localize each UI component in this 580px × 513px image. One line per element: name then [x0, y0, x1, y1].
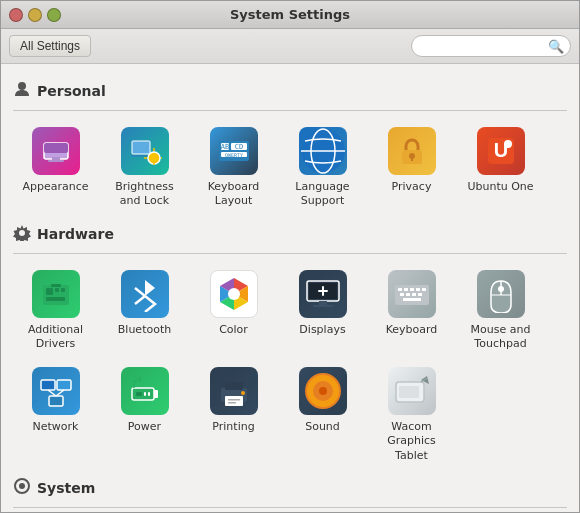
keyboard-item[interactable]: Keyboard — [369, 264, 454, 358]
svg-rect-66 — [148, 392, 150, 396]
minimize-button[interactable] — [28, 8, 42, 22]
sound-item[interactable]: Sound — [280, 361, 365, 469]
svg-rect-50 — [406, 293, 410, 296]
keyboard-layout-label: KeyboardLayout — [208, 180, 260, 209]
personal-section-header: Personal — [13, 80, 567, 102]
svg-point-72 — [241, 391, 245, 395]
svg-rect-70 — [228, 399, 240, 401]
svg-point-75 — [319, 387, 327, 395]
svg-rect-44 — [398, 288, 402, 291]
language-icon — [299, 127, 347, 175]
svg-line-60 — [48, 390, 56, 396]
svg-text:AB: AB — [220, 143, 228, 151]
color-label: Color — [219, 323, 248, 337]
mouse-touchpad-icon — [477, 270, 525, 318]
ubuntu-one-item[interactable]: U Ubuntu One — [458, 121, 543, 215]
privacy-item[interactable]: Privacy — [369, 121, 454, 215]
svg-rect-65 — [144, 392, 146, 396]
svg-rect-5 — [132, 141, 150, 154]
svg-point-27 — [504, 140, 512, 148]
titlebar: System Settings — [1, 1, 579, 29]
privacy-icon — [388, 127, 436, 175]
svg-rect-32 — [61, 288, 65, 292]
printing-label: Printing — [212, 420, 254, 434]
svg-text:CD: CD — [234, 143, 242, 151]
ubuntu-one-label: Ubuntu One — [467, 180, 533, 194]
svg-rect-34 — [51, 284, 61, 287]
language-item[interactable]: LanguageSupport — [280, 121, 365, 215]
power-icon — [121, 367, 169, 415]
svg-rect-6 — [132, 155, 150, 157]
displays-item[interactable]: Displays — [280, 264, 365, 358]
hardware-section-header: Hardware — [13, 223, 567, 245]
svg-rect-71 — [228, 402, 236, 404]
svg-rect-68 — [225, 382, 243, 390]
svg-point-38 — [228, 288, 240, 300]
hardware-icons-grid: AdditionalDrivers Bluetooth — [13, 264, 567, 469]
color-item[interactable]: Color — [191, 264, 276, 358]
svg-rect-62 — [132, 388, 154, 400]
hardware-divider — [13, 253, 567, 254]
svg-rect-78 — [399, 386, 419, 398]
appearance-item[interactable]: Appearance — [13, 121, 98, 215]
bluetooth-label: Bluetooth — [118, 323, 171, 337]
personal-divider — [13, 110, 567, 111]
svg-rect-49 — [400, 293, 404, 296]
hardware-section-title: Hardware — [37, 226, 114, 242]
wacom-item[interactable]: WacomGraphicsTablet — [369, 361, 454, 469]
bluetooth-icon — [121, 270, 169, 318]
svg-rect-59 — [49, 396, 63, 406]
displays-label: Displays — [299, 323, 345, 337]
svg-rect-52 — [418, 293, 422, 296]
svg-rect-53 — [403, 298, 421, 301]
power-item[interactable]: Power — [102, 361, 187, 469]
svg-rect-58 — [57, 380, 71, 390]
svg-line-35 — [135, 288, 145, 296]
svg-line-36 — [135, 296, 145, 304]
keyboard-label: Keyboard — [386, 323, 438, 337]
keyboard-layout-icon: AB CD QWERTY — [210, 127, 258, 175]
appearance-icon — [32, 127, 80, 175]
svg-point-80 — [19, 483, 25, 489]
all-settings-button[interactable]: All Settings — [9, 35, 91, 57]
svg-rect-4 — [48, 160, 64, 162]
wacom-icon — [388, 367, 436, 415]
mouse-touchpad-label: Mouse andTouchpad — [471, 323, 531, 352]
svg-rect-3 — [52, 157, 60, 160]
search-input[interactable] — [411, 35, 571, 57]
brightness-icon — [121, 127, 169, 175]
network-icon — [32, 367, 80, 415]
mouse-touchpad-item[interactable]: Mouse andTouchpad — [458, 264, 543, 358]
wacom-label: WacomGraphicsTablet — [387, 420, 436, 463]
svg-rect-63 — [154, 390, 158, 398]
network-item[interactable]: Network — [13, 361, 98, 469]
svg-rect-48 — [422, 288, 426, 291]
system-divider — [13, 507, 567, 508]
svg-point-56 — [498, 286, 504, 292]
toolbar: All Settings 🔍 — [1, 29, 579, 64]
privacy-label: Privacy — [392, 180, 432, 194]
additional-drivers-item[interactable]: AdditionalDrivers — [13, 264, 98, 358]
svg-rect-33 — [46, 297, 65, 301]
person-icon — [13, 80, 31, 102]
svg-text:QWERTY: QWERTY — [224, 152, 242, 158]
bluetooth-item[interactable]: Bluetooth — [102, 264, 187, 358]
cog-icon — [13, 477, 31, 499]
system-section-title: System — [37, 480, 95, 496]
maximize-button[interactable] — [47, 8, 61, 22]
printing-item[interactable]: Printing — [191, 361, 276, 469]
settings-content: Personal Appearance — [1, 64, 579, 512]
additional-drivers-icon — [32, 270, 80, 318]
close-button[interactable] — [9, 8, 23, 22]
main-window: System Settings All Settings 🔍 Personal — [0, 0, 580, 513]
svg-rect-41 — [319, 301, 327, 305]
keyboard-layout-item[interactable]: AB CD QWERTY KeyboardLayout — [191, 121, 276, 215]
svg-rect-45 — [404, 288, 408, 291]
svg-rect-47 — [416, 288, 420, 291]
power-label: Power — [128, 420, 161, 434]
brightness-item[interactable]: Brightnessand Lock — [102, 121, 187, 215]
svg-rect-30 — [46, 288, 53, 295]
window-controls — [9, 8, 61, 22]
svg-line-61 — [56, 390, 64, 396]
language-label: LanguageSupport — [295, 180, 349, 209]
